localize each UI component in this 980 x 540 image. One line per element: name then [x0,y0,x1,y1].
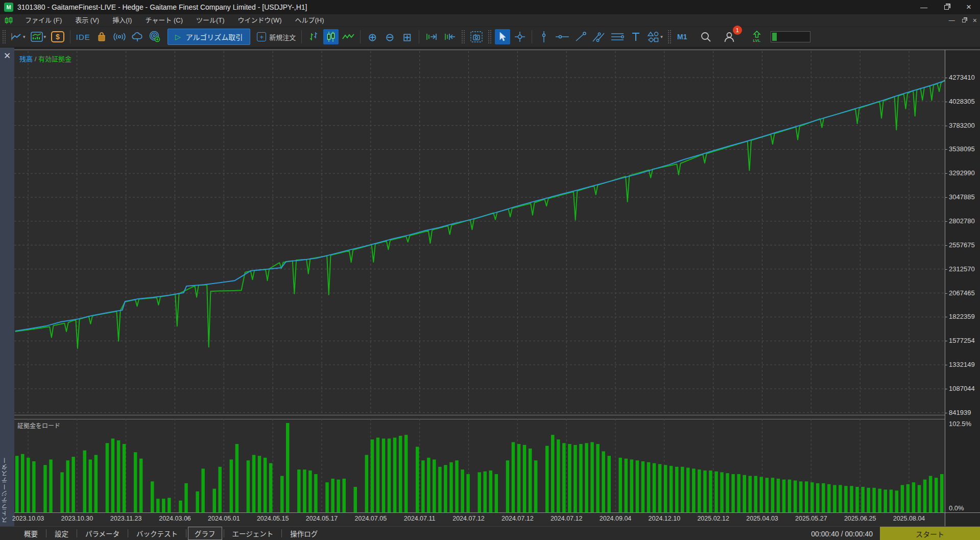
line-chart-icon [11,33,22,41]
line-chart-mode-button[interactable] [341,29,356,44]
vps-button[interactable] [147,29,162,44]
mt5-application-window: M 3101380 - GaitameFinest-LIVE - Hedge -… [0,0,980,540]
toolbar-drag-handle[interactable] [488,30,491,43]
y-axis-tick [945,245,947,246]
y-axis-label-4: 3292990 [949,169,975,177]
tile-windows-icon: ⊞ [402,32,412,42]
y-axis-tick [945,173,947,174]
signals-broadcast-icon [113,32,126,41]
histogram-min-label: 0.0% [949,504,964,512]
toolbar-drag-handle[interactable] [668,30,671,43]
tile-windows-button[interactable]: ⊞ [399,29,415,44]
x-axis-label-17: 2025.06.25 [844,515,876,522]
menu-item-3[interactable]: チャート (C) [138,14,189,27]
screenshot-button[interactable] [468,29,485,44]
search-icon [700,31,711,42]
y-axis-label-11: 1577254 [949,337,975,344]
ohlc-bars-icon [308,32,319,42]
plus-icon: + [257,32,266,41]
start-button[interactable]: スタート [880,527,980,540]
shapes-icon [647,31,659,42]
child-restore-button[interactable] [962,19,966,22]
chart-profile-button[interactable]: ▾ [9,29,27,44]
tab-4[interactable]: グラフ [188,527,222,540]
text-icon [631,32,641,42]
child-close-button[interactable]: × [973,16,977,25]
text-tool-button[interactable] [628,29,643,44]
tab-separator [224,529,224,537]
timeframe-button[interactable]: M1 [675,29,690,44]
zoom-out-button[interactable]: ⊖ [382,29,397,44]
signals-button[interactable] [111,29,128,44]
child-minimize-button[interactable]: — [949,17,955,24]
channel-icon [592,31,605,42]
tab-6[interactable]: 操作ログ [283,527,324,540]
y-axis-tick [945,149,947,150]
toolbar-drag-handle[interactable] [462,30,465,43]
chart-shift-button[interactable] [442,29,458,44]
notification-badge: 1 [733,26,742,35]
ide-button[interactable]: IDE [75,29,92,44]
trendline-tool-button[interactable] [573,29,588,44]
balance-equity-chart[interactable] [14,51,945,415]
candlestick-icon [326,31,336,42]
y-axis-tick [945,317,947,317]
channel-tool-button[interactable] [590,29,607,44]
toolbar-separator [301,30,302,43]
vps-signal-plus-icon [149,31,161,42]
market-button[interactable] [94,29,109,44]
y-axis-label-1: 4028305 [949,98,975,105]
legend-separator: / [35,55,38,63]
algo-trading-label: アルゴリズム取引 [186,32,243,42]
tester-close-icon[interactable]: ✕ [2,50,13,61]
restore-button[interactable] [935,0,958,14]
cloud-button[interactable] [130,29,145,44]
x-axis-label-12: 2024.09.04 [600,515,632,522]
shapes-tool-button[interactable]: ▾ [646,29,664,44]
y-axis-tick [945,78,947,78]
bar-chart-mode-button[interactable] [306,29,321,44]
tab-5[interactable]: エージェント [226,527,280,540]
shift-end-button[interactable] [423,29,440,44]
tab-3[interactable]: バックテスト [130,527,184,540]
algo-trading-button[interactable]: ▷ アルゴリズム取引 [168,29,250,45]
market-watch-chart-button[interactable]: ▾ [29,29,48,44]
notifications-button[interactable]: 1 [722,29,737,44]
cursor-tool-button[interactable] [495,29,510,44]
menu-item-6[interactable]: ヘルプ(H) [289,14,331,27]
y-axis-tick [945,293,947,294]
menu-item-5[interactable]: ウインドウ(W) [231,14,289,27]
shopping-bag-icon [97,32,107,42]
y-axis-label-9: 2067465 [949,289,975,297]
close-button[interactable]: × [958,0,980,14]
tab-2[interactable]: パラメータ [79,527,126,540]
level-button[interactable]: LVL [749,29,764,44]
candlestick-mode-button[interactable] [323,29,339,44]
deposit-button[interactable]: $ [50,29,66,44]
crosshair-tool-button[interactable] [512,29,528,44]
y-axis-tick [945,413,947,413]
tab-0[interactable]: 概要 [17,527,44,540]
x-axis-label-18: 2025.08.04 [893,515,925,522]
menu-item-4[interactable]: ツール(T) [189,14,231,27]
margin-load-histogram[interactable] [14,419,945,512]
zoom-out-icon: ⊖ [385,32,394,42]
x-axis-label-6: 2024.05.17 [306,515,338,522]
fibonacci-tool-button[interactable] [609,29,626,44]
search-button[interactable] [698,29,713,44]
new-order-button[interactable]: + 新規注文 [255,29,297,44]
menu-item-2[interactable]: 挿入(I) [106,14,138,27]
zoom-in-button[interactable]: ⊕ [365,29,380,44]
menu-item-1[interactable]: 表示 (V) [68,14,106,27]
y-axis-tick [945,341,947,341]
horizontal-line-icon [555,33,569,40]
tester-panel-title: ストラテジーテスター [1,457,14,523]
tab-1[interactable]: 設定 [48,527,75,540]
minimize-button[interactable]: — [913,0,935,14]
panel-separator-line [14,415,945,415]
horizontal-line-tool-button[interactable] [554,29,571,44]
menu-item-0[interactable]: ファイル (F) [18,14,68,27]
toolbar-drag-handle[interactable] [3,30,6,43]
vertical-line-tool-button[interactable] [536,29,552,44]
tab-separator [46,529,46,537]
